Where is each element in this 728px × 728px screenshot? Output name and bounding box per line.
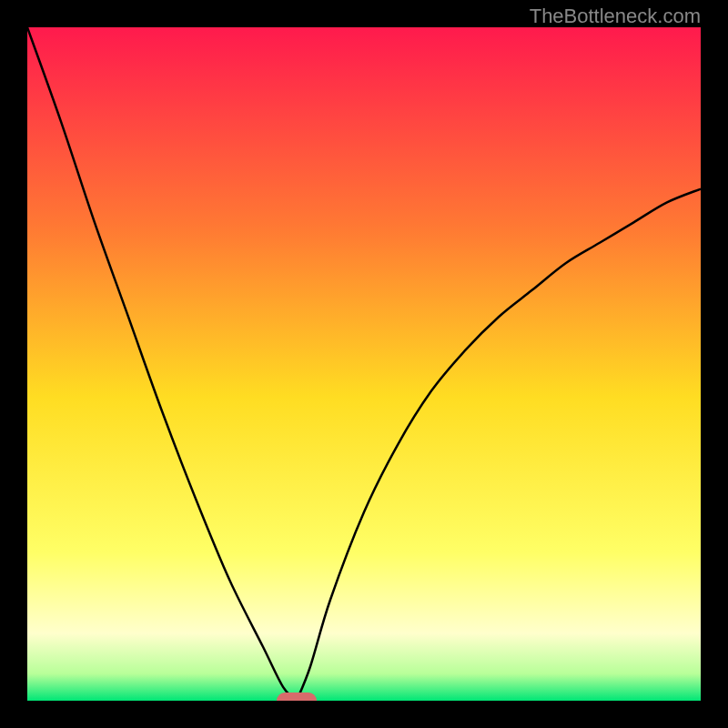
marker-pill <box>277 693 317 701</box>
chart-plot-area <box>27 27 701 701</box>
chart-background <box>27 27 701 701</box>
chart-svg <box>27 27 701 701</box>
watermark-text: TheBottleneck.com <box>530 5 701 28</box>
